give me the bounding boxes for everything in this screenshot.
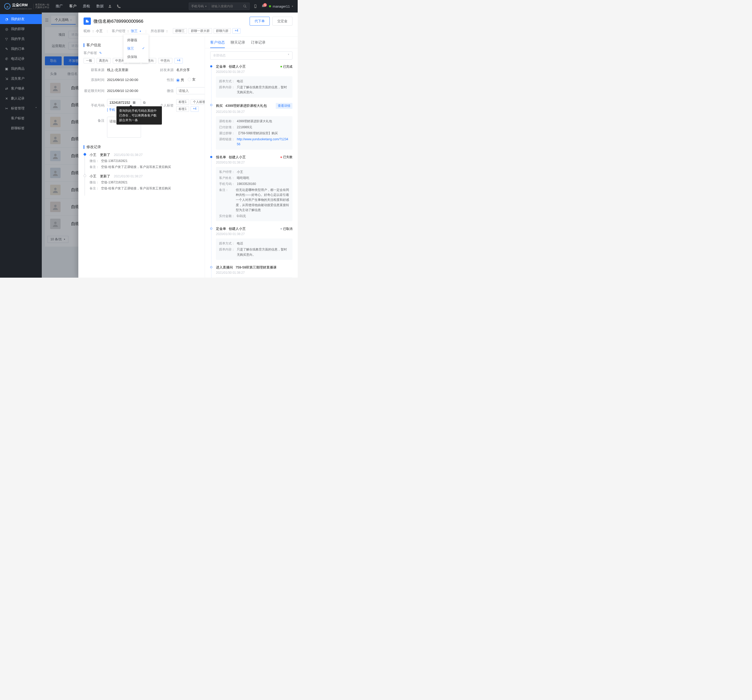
svg-point-0: [109, 5, 110, 6]
nav-qc[interactable]: 质检: [83, 4, 90, 9]
tab-chat[interactable]: 聊天记录: [231, 40, 245, 48]
feed-filter-select[interactable]: 全部动态▼: [210, 51, 292, 59]
customer-tag[interactable]: 一般: [84, 58, 95, 64]
device-icon[interactable]: [253, 4, 258, 8]
wechat-input[interactable]: [176, 87, 205, 94]
sidebar-group-tags[interactable]: 群聊标签: [0, 123, 42, 133]
user-menu[interactable]: manager11 ▼: [269, 5, 294, 8]
history-item: 小王更新了2021/01/30 01:38:27微信：空值-1367218282…: [85, 152, 199, 174]
feed-item: 定金单创建人小王已取消 2020/01/30 01:38:27 跟单方式：电话跟…: [210, 226, 292, 265]
gender-female[interactable]: 女: [188, 77, 196, 82]
group-chip[interactable]: 群聊六群: [214, 28, 231, 34]
ptag[interactable]: 个人标签12: [191, 99, 205, 105]
tab-activity[interactable]: 客户动态: [210, 40, 225, 48]
sidebar-tags[interactable]: ✂标签管理˄: [0, 103, 42, 114]
manager-dropdown: 师馨薇 张三✓ 俱保咏: [124, 34, 149, 63]
global-search: 手机号码▼: [189, 3, 250, 10]
phone-icon[interactable]: [117, 4, 121, 8]
tab-orders[interactable]: 订单记录: [251, 40, 266, 48]
deposit-button[interactable]: 交定金: [272, 17, 292, 26]
customer-drawer: 微信名称6789990000966 代下单 交定金 昵称：小王 | 客户经理：张…: [78, 12, 298, 278]
svg-point-1: [244, 5, 246, 7]
copy-icon[interactable]: ⧉: [143, 101, 145, 105]
top-nav: ☁ 云朵CRM www.yunduocrm.com 教育机构一站式服务云平台 推…: [0, 0, 298, 12]
search-icon[interactable]: [241, 5, 249, 8]
drawer-title: 微信名称6789990000966: [93, 18, 143, 24]
logo-text: 云朵CRM: [12, 3, 32, 8]
customer-tag-more[interactable]: +4: [174, 58, 183, 64]
group-chip[interactable]: 群聊一群大群: [188, 28, 212, 34]
building-icon: [84, 17, 91, 25]
gender-male[interactable]: 男: [176, 78, 184, 82]
sidebar-churn[interactable]: ⇲流失客户: [0, 74, 42, 84]
logo-subtitle: 教育机构一站式服务云平台: [33, 4, 49, 9]
search-input[interactable]: [209, 5, 241, 8]
sidebar: ◔我的好友 ◎我的群聊 ▽我的学员 ✎我的订单 ✆电话记录 ▣我的商品 ⇲流失客…: [0, 12, 42, 278]
dd-item-1[interactable]: 张三✓: [124, 44, 149, 53]
view-detail-button[interactable]: 查看详情: [276, 103, 292, 109]
feed-item: 报名单创建人小王已失败 2020/01/30 01:38:27 客户经理：小王客…: [210, 155, 292, 227]
ptag-more[interactable]: +4: [191, 106, 199, 112]
logo[interactable]: ☁ 云朵CRM www.yunduocrm.com 教育机构一站式服务云平台: [4, 3, 49, 10]
feed-item: 定金单创建人小王已完成 2020/01/30 01:38:27 跟单方式：电话跟…: [210, 64, 292, 103]
sidebar-goods[interactable]: ▣我的商品: [0, 64, 42, 74]
nav-customer[interactable]: 客户: [69, 4, 76, 9]
card-icon[interactable]: ▦: [133, 101, 135, 104]
sidebar-customer-tags[interactable]: 客户标签: [0, 114, 42, 123]
phone-input[interactable]: [107, 99, 141, 106]
dd-item-0[interactable]: 师馨薇: [124, 36, 149, 44]
tags-label: 客户标签: [84, 51, 97, 55]
sidebar-students[interactable]: ▽我的学员: [0, 34, 42, 44]
sidebar-orders[interactable]: ✎我的订单: [0, 44, 42, 54]
notification-badge: 5: [263, 3, 267, 7]
group-chip-more[interactable]: +4: [232, 28, 241, 34]
sidebar-inherit[interactable]: ⇄客户继承: [0, 84, 42, 93]
svg-rect-14: [87, 20, 87, 21]
sidebar-friends[interactable]: ◔我的好友: [0, 14, 42, 24]
dd-item-2[interactable]: 俱保咏: [124, 53, 149, 61]
notification-icon[interactable]: 5: [261, 4, 265, 8]
phone-merge-tooltip: 查询到此手机号码在系统中已存在，可以将两条客户数据合并为一条: [117, 106, 162, 124]
ptag[interactable]: 标签1: [176, 99, 189, 105]
status-dot: [269, 5, 271, 7]
nav-promo[interactable]: 推广: [56, 4, 63, 9]
group-chip[interactable]: 群聊三: [173, 28, 187, 34]
nav-data[interactable]: 数据: [96, 4, 104, 9]
user-icon[interactable]: [108, 4, 112, 8]
edit-tags-icon[interactable]: ✎: [99, 51, 102, 55]
history-item: 小王更新了2021/01/30 01:38:27微信：空值-1367218282…: [85, 174, 199, 195]
sidebar-calls[interactable]: ✆电话记录: [0, 54, 42, 64]
customer-tag[interactable]: 高意向: [96, 58, 111, 64]
ptag[interactable]: 标签1: [176, 106, 189, 112]
section-edit-history: 修改记录: [84, 145, 199, 149]
customer-tag[interactable]: 中意向: [158, 58, 172, 64]
cloud-icon: ☁: [4, 3, 11, 9]
feed-item: 购买4399理财课进阶课程大礼包查看详情 2021/01/30 01:38:27…: [210, 103, 292, 155]
place-order-button[interactable]: 代下单: [250, 17, 270, 26]
sidebar-groups[interactable]: ◎我的群聊: [0, 24, 42, 34]
sidebar-delete-log[interactable]: ✕删人记录: [0, 93, 42, 103]
manager-select[interactable]: 客户经理：张三 ▲ 师馨薇 张三✓ 俱保咏: [112, 29, 141, 33]
search-type-select[interactable]: 手机号码▼: [189, 3, 209, 10]
feed-item: 进入直播间759-59班第三期理财直播课 2021/01/30 01:38:27…: [210, 265, 292, 278]
